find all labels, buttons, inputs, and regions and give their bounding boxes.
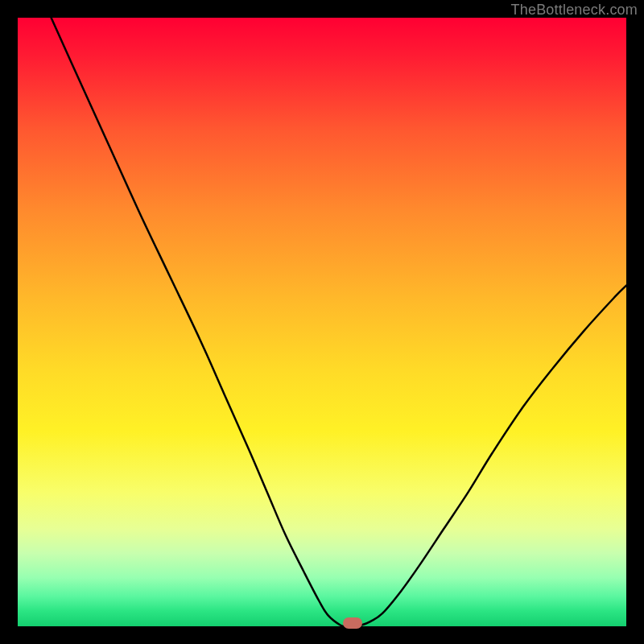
- watermark: TheBottleneck.com: [511, 2, 638, 19]
- curve-svg: [18, 18, 626, 626]
- bottleneck-curve: [52, 18, 626, 626]
- plot-area: [18, 18, 626, 626]
- optimum-marker: [343, 617, 362, 629]
- chart-frame: TheBottleneck.com: [0, 0, 644, 644]
